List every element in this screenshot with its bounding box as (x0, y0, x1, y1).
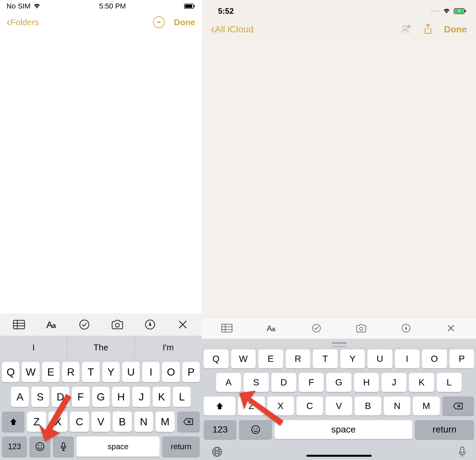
camera-icon[interactable] (110, 317, 125, 332)
key-n[interactable]: N (134, 412, 153, 432)
numeric-key[interactable]: 123 (2, 436, 27, 457)
key-y[interactable]: Y (340, 349, 365, 368)
key-u[interactable]: U (367, 349, 392, 368)
checklist-icon[interactable] (309, 321, 324, 335)
key-h[interactable]: H (112, 387, 130, 407)
svg-rect-2 (194, 5, 195, 7)
key-n[interactable]: N (384, 397, 410, 416)
key-y[interactable]: Y (102, 362, 120, 382)
space-key[interactable]: space (275, 420, 413, 439)
done-button[interactable]: Done (174, 17, 195, 27)
home-indicator[interactable] (306, 455, 372, 457)
key-p[interactable]: P (450, 349, 474, 368)
key-m[interactable]: M (156, 412, 175, 432)
key-f[interactable]: F (299, 373, 324, 392)
wifi-icon (33, 3, 41, 9)
prediction-1[interactable]: I (0, 336, 67, 359)
key-p[interactable]: P (182, 362, 200, 382)
format-toolbar: Aa (0, 313, 202, 336)
key-w[interactable]: W (22, 362, 39, 382)
key-j[interactable]: J (382, 373, 406, 392)
close-icon[interactable] (176, 317, 190, 332)
key-a[interactable]: A (216, 373, 241, 392)
key-m[interactable]: M (413, 397, 439, 416)
return-key[interactable]: return (162, 436, 200, 457)
table-icon[interactable] (220, 321, 234, 335)
markup-icon[interactable] (143, 317, 157, 332)
key-b[interactable]: B (355, 397, 381, 416)
shift-key[interactable] (204, 397, 235, 416)
note-body[interactable] (202, 41, 476, 317)
done-button[interactable]: Done (444, 24, 467, 35)
space-key[interactable]: space (76, 436, 160, 457)
key-q[interactable]: Q (2, 362, 19, 382)
key-r[interactable]: R (62, 362, 79, 382)
key-i[interactable]: I (142, 362, 160, 382)
svg-point-32 (360, 327, 363, 330)
key-h[interactable]: H (354, 373, 379, 392)
back-button[interactable]: ‹ All iCloud (211, 24, 253, 35)
return-key[interactable]: return (415, 420, 474, 439)
shift-key[interactable] (2, 412, 25, 432)
key-k[interactable]: K (409, 373, 434, 392)
chevron-left-icon: ‹ (211, 26, 215, 33)
key-e[interactable]: E (42, 362, 60, 382)
key-l[interactable]: L (173, 387, 191, 407)
nav-bar: ‹ All iCloud Done (202, 16, 476, 41)
key-u[interactable]: U (122, 362, 140, 382)
markup-icon[interactable] (399, 321, 413, 335)
key-a[interactable]: A (11, 387, 29, 407)
svg-rect-1 (185, 5, 192, 8)
svg-rect-44 (461, 447, 464, 453)
key-k[interactable]: K (153, 387, 170, 407)
key-g[interactable]: G (92, 387, 110, 407)
key-e[interactable]: E (258, 349, 283, 368)
key-o[interactable]: O (162, 362, 179, 382)
svg-point-18 (41, 445, 42, 446)
keyboard-handle[interactable] (202, 339, 476, 347)
text-format-icon[interactable]: Aa (44, 317, 59, 332)
key-t[interactable]: T (313, 349, 338, 368)
table-icon[interactable] (12, 317, 26, 332)
more-dots-icon (431, 10, 439, 12)
key-b[interactable]: B (113, 412, 132, 432)
numeric-key[interactable]: 123 (204, 420, 236, 439)
svg-rect-22 (465, 10, 466, 12)
key-q[interactable]: Q (204, 349, 229, 368)
camera-icon[interactable] (354, 321, 368, 335)
svg-point-17 (38, 445, 39, 446)
backspace-key[interactable] (442, 397, 474, 416)
nav-bar: ‹ Folders ··· Done (0, 10, 202, 33)
key-t[interactable]: T (82, 362, 99, 382)
more-button[interactable]: ··· (153, 16, 165, 28)
key-c[interactable]: C (297, 397, 323, 416)
svg-point-31 (313, 324, 320, 332)
phone-left: No SIM 5:50 PM ‹ Folders ··· Done Aa I T… (0, 0, 202, 460)
backspace-key[interactable] (177, 412, 200, 432)
annotation-arrow (35, 391, 75, 444)
key-g[interactable]: G (326, 373, 351, 392)
collaborate-icon[interactable] (400, 23, 412, 36)
prediction-3[interactable]: I'm (135, 336, 202, 359)
share-icon[interactable] (423, 23, 433, 36)
key-row-3: ZXCVBNM (2, 412, 200, 432)
dictation-key[interactable] (458, 446, 466, 459)
back-button[interactable]: ‹ Folders (7, 17, 39, 27)
svg-rect-3 (13, 320, 25, 329)
key-v[interactable]: V (92, 412, 110, 432)
key-i[interactable]: I (395, 349, 420, 368)
checklist-icon[interactable] (77, 317, 92, 332)
key-j[interactable]: J (132, 387, 150, 407)
text-format-icon[interactable]: Aa (264, 321, 279, 335)
key-v[interactable]: V (326, 397, 352, 416)
globe-key[interactable] (212, 446, 223, 459)
key-w[interactable]: W (231, 349, 256, 368)
status-bar: 5:52 (202, 0, 476, 16)
key-r[interactable]: R (286, 349, 311, 368)
key-l[interactable]: L (437, 373, 462, 392)
close-icon[interactable] (444, 321, 458, 335)
note-body[interactable] (0, 33, 202, 313)
svg-rect-25 (222, 324, 232, 332)
key-o[interactable]: O (422, 349, 447, 368)
prediction-2[interactable]: The (67, 336, 135, 359)
